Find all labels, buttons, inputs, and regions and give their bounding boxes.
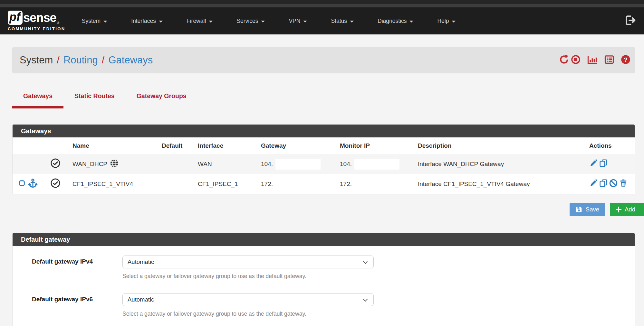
breadcrumb-separator: / bbox=[102, 54, 105, 66]
gateway-name: CF1_IPSEC_1_VTIV4 bbox=[72, 181, 133, 188]
nav-item-label: Status bbox=[331, 18, 347, 24]
edit-icon[interactable] bbox=[589, 179, 598, 189]
add-button[interactable]: Add bbox=[610, 203, 644, 216]
breadcrumb: System / Routing / Gateways bbox=[20, 54, 153, 66]
gateway-cell: 172. bbox=[258, 181, 337, 188]
nav-item-status[interactable]: Status bbox=[319, 18, 366, 24]
square-icon[interactable] bbox=[18, 180, 25, 188]
nav-item-label: Help bbox=[437, 18, 449, 24]
breadcrumb-system: System bbox=[20, 54, 53, 66]
description-cell: Interface CF1_IPSEC_1_VTIV4 Gateway bbox=[415, 181, 583, 188]
globe-icon bbox=[110, 159, 119, 169]
gateway-name-cell: WAN_DHCP bbox=[67, 159, 159, 169]
caret-down-icon bbox=[303, 21, 307, 23]
interface-cell: WAN bbox=[195, 161, 258, 168]
help-text: Select a gateway or failover gateway gro… bbox=[122, 273, 374, 280]
save-button[interactable]: Save bbox=[570, 203, 605, 216]
chevron-down-icon bbox=[363, 259, 368, 264]
plus-icon bbox=[616, 207, 621, 212]
page-quick-icons: ? bbox=[559, 55, 630, 66]
gateway-ip: 172. bbox=[261, 181, 273, 188]
column-header-monitor-ip: Monitor IP bbox=[337, 142, 415, 149]
pfsense-logo-pf: pf bbox=[8, 11, 23, 25]
default-gateway-panel: Default gateway Default gateway IPv4 Aut… bbox=[12, 233, 635, 326]
nav-menu: System Interfaces Firewall Services VPN … bbox=[70, 18, 468, 24]
copy-icon[interactable] bbox=[599, 179, 608, 189]
redaction-box bbox=[275, 159, 321, 170]
nav-item-vpn[interactable]: VPN bbox=[277, 18, 319, 24]
nav-item-label: Diagnostics bbox=[378, 18, 407, 24]
default-gateway-ipv6-select[interactable]: Automatic bbox=[122, 293, 374, 306]
breadcrumb-bar: System / Routing / Gateways bbox=[12, 47, 635, 73]
nav-item-label: Services bbox=[236, 18, 258, 24]
caret-down-icon bbox=[103, 21, 107, 23]
nav-item-help[interactable]: Help bbox=[425, 18, 467, 24]
tab-gateway-groups[interactable]: Gateway Groups bbox=[126, 89, 197, 108]
pfsense-logo[interactable]: pf sense ® COMMUNITY EDITION bbox=[8, 11, 65, 31]
tab-gateways[interactable]: Gateways bbox=[12, 89, 63, 108]
refresh-stop-pair bbox=[559, 55, 581, 66]
edit-icon[interactable] bbox=[589, 159, 598, 169]
nav-item-system[interactable]: System bbox=[70, 18, 119, 24]
help-text: Select a gateway or failover gateway gro… bbox=[122, 311, 374, 317]
community-edition-label: COMMUNITY EDITION bbox=[8, 26, 65, 31]
refresh-icon[interactable] bbox=[559, 55, 569, 66]
ban-icon[interactable] bbox=[609, 179, 618, 189]
trash-icon[interactable] bbox=[619, 179, 628, 189]
pfsense-logo-sense: sense bbox=[23, 12, 56, 24]
sign-out-icon[interactable] bbox=[625, 15, 636, 27]
chevron-down-icon bbox=[363, 297, 368, 302]
form-control: Automatic Select a gateway or failover g… bbox=[122, 256, 374, 288]
nav-item-diagnostics[interactable]: Diagnostics bbox=[366, 18, 425, 24]
row-left-icons bbox=[13, 178, 43, 190]
select-value: Automatic bbox=[128, 296, 154, 303]
column-header-description: Description bbox=[415, 142, 583, 149]
tab-static-routes[interactable]: Static Routes bbox=[63, 89, 126, 108]
table-buttons-row: Save Add bbox=[12, 203, 644, 216]
breadcrumb-link-routing[interactable]: Routing bbox=[63, 54, 98, 66]
chart-icon[interactable] bbox=[587, 55, 598, 66]
gateways-panel: Gateways Name Default Interface Gateway … bbox=[12, 124, 635, 194]
select-value: Automatic bbox=[128, 258, 154, 265]
gateway-cell: 104. bbox=[258, 159, 337, 170]
anchor-icon bbox=[28, 178, 38, 190]
check-circle-icon bbox=[51, 158, 60, 170]
gateway-name-cell: CF1_IPSEC_1_VTIV4 bbox=[67, 181, 159, 188]
row-status bbox=[43, 178, 67, 190]
copy-icon[interactable] bbox=[599, 159, 608, 169]
breadcrumb-separator: / bbox=[57, 54, 60, 66]
log-icon[interactable] bbox=[604, 55, 614, 66]
caret-down-icon bbox=[452, 21, 456, 23]
nav-item-label: VPN bbox=[289, 18, 300, 24]
form-control: Automatic Select a gateway or failover g… bbox=[122, 293, 374, 326]
check-circle-icon bbox=[51, 178, 60, 190]
form-row-ipv4: Default gateway IPv4 Automatic Select a … bbox=[13, 246, 635, 288]
actions-cell bbox=[583, 179, 635, 189]
column-header-gateway: Gateway bbox=[258, 142, 337, 149]
column-header-interface: Interface bbox=[195, 142, 258, 149]
row-status bbox=[43, 158, 67, 170]
caret-down-icon bbox=[261, 21, 265, 23]
monitor-ip: 172. bbox=[340, 181, 352, 188]
nav-item-label: System bbox=[82, 18, 101, 24]
column-header-name: Name bbox=[67, 142, 159, 149]
breadcrumb-link-gateways[interactable]: Gateways bbox=[108, 54, 153, 66]
table-row: WAN_DHCP WAN 104. 104. Interface WAN_DHC… bbox=[13, 154, 635, 174]
nav-item-interfaces[interactable]: Interfaces bbox=[119, 18, 175, 24]
nav-item-firewall[interactable]: Firewall bbox=[175, 18, 225, 24]
gateway-name: WAN_DHCP bbox=[72, 161, 107, 168]
nav-item-label: Firewall bbox=[187, 18, 206, 24]
monitor-ip-cell: 172. bbox=[337, 181, 415, 188]
svg-text:?: ? bbox=[624, 56, 627, 63]
default-gateway-ipv4-select[interactable]: Automatic bbox=[122, 256, 374, 268]
gateways-panel-title: Gateways bbox=[13, 125, 635, 137]
nav-item-services[interactable]: Services bbox=[225, 18, 277, 24]
pfsense-logo-top: pf sense ® bbox=[8, 11, 65, 25]
help-icon[interactable]: ? bbox=[621, 55, 630, 66]
actions-cell bbox=[583, 159, 635, 169]
nav-item-label: Interfaces bbox=[131, 18, 156, 24]
caret-down-icon bbox=[209, 21, 213, 23]
gateways-table-header: Name Default Interface Gateway Monitor I… bbox=[13, 137, 635, 154]
stop-icon[interactable] bbox=[571, 55, 581, 66]
save-disk-icon bbox=[575, 206, 582, 213]
